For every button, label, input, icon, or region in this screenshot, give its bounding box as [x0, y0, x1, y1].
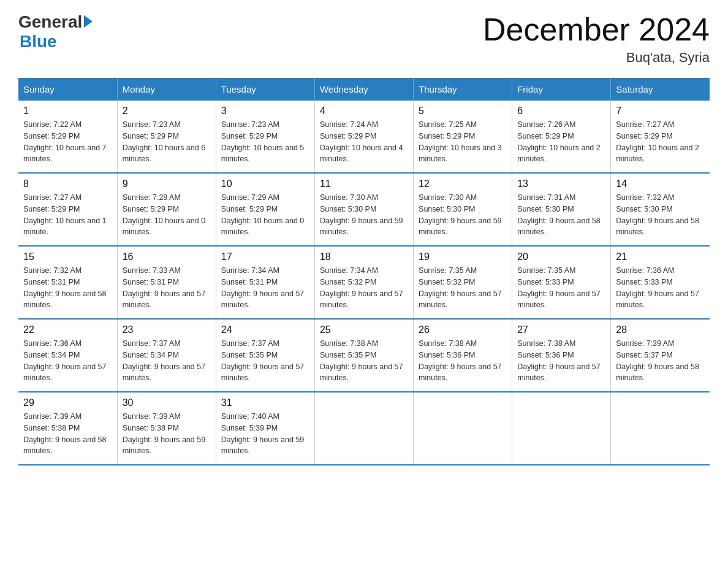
day-number: 20: [517, 251, 605, 262]
day-number: 22: [23, 324, 112, 335]
table-row: 21 Sunrise: 7:36 AM Sunset: 5:33 PM Dayl…: [611, 246, 710, 319]
calendar-table: Sunday Monday Tuesday Wednesday Thursday…: [18, 78, 710, 465]
table-row: 29 Sunrise: 7:39 AM Sunset: 5:38 PM Dayl…: [18, 392, 117, 465]
day-number: 5: [419, 105, 507, 117]
table-row: 16 Sunrise: 7:33 AM Sunset: 5:31 PM Dayl…: [117, 246, 216, 319]
day-number: 10: [221, 178, 309, 190]
day-number: 15: [23, 251, 112, 262]
table-row: 24 Sunrise: 7:37 AM Sunset: 5:35 PM Dayl…: [216, 319, 314, 392]
logo-blue-text: Blue: [20, 32, 57, 52]
table-row: 26 Sunrise: 7:38 AM Sunset: 5:36 PM Dayl…: [414, 319, 512, 392]
header: General Blue December 2024 Buq'ata, Syri…: [18, 12, 710, 66]
day-info: Sunrise: 7:33 AM Sunset: 5:31 PM Dayligh…: [123, 265, 211, 311]
table-row: 30 Sunrise: 7:39 AM Sunset: 5:38 PM Dayl…: [117, 392, 216, 465]
calendar-week-row: 15 Sunrise: 7:32 AM Sunset: 5:31 PM Dayl…: [18, 246, 710, 319]
table-row: 20 Sunrise: 7:35 AM Sunset: 5:33 PM Dayl…: [512, 246, 611, 319]
day-info: Sunrise: 7:23 AM Sunset: 5:29 PM Dayligh…: [123, 119, 211, 165]
table-row: 23 Sunrise: 7:37 AM Sunset: 5:34 PM Dayl…: [117, 319, 216, 392]
table-row: [512, 392, 611, 465]
col-sunday: Sunday: [18, 78, 117, 101]
table-row: 5 Sunrise: 7:25 AM Sunset: 5:29 PM Dayli…: [414, 101, 512, 173]
day-info: Sunrise: 7:38 AM Sunset: 5:36 PM Dayligh…: [419, 338, 507, 384]
table-row: 9 Sunrise: 7:28 AM Sunset: 5:29 PM Dayli…: [117, 173, 216, 246]
day-info: Sunrise: 7:30 AM Sunset: 5:30 PM Dayligh…: [320, 192, 408, 238]
location-subtitle: Buq'ata, Syria: [483, 50, 710, 66]
day-number: 17: [221, 251, 309, 262]
day-number: 8: [23, 178, 112, 190]
table-row: 19 Sunrise: 7:35 AM Sunset: 5:32 PM Dayl…: [414, 246, 512, 319]
day-number: 6: [517, 105, 605, 117]
col-monday: Monday: [117, 78, 216, 101]
calendar-header-row: Sunday Monday Tuesday Wednesday Thursday…: [18, 78, 710, 101]
col-tuesday: Tuesday: [216, 78, 314, 101]
table-row: 28 Sunrise: 7:39 AM Sunset: 5:37 PM Dayl…: [611, 319, 710, 392]
day-info: Sunrise: 7:25 AM Sunset: 5:29 PM Dayligh…: [419, 119, 507, 165]
day-info: Sunrise: 7:23 AM Sunset: 5:29 PM Dayligh…: [221, 119, 309, 165]
day-info: Sunrise: 7:40 AM Sunset: 5:39 PM Dayligh…: [221, 411, 309, 457]
table-row: [414, 392, 512, 465]
col-wednesday: Wednesday: [314, 78, 413, 101]
day-info: Sunrise: 7:22 AM Sunset: 5:29 PM Dayligh…: [23, 119, 112, 165]
day-info: Sunrise: 7:36 AM Sunset: 5:33 PM Dayligh…: [616, 265, 705, 311]
day-number: 30: [123, 397, 211, 408]
day-number: 2: [123, 105, 211, 117]
calendar-week-row: 8 Sunrise: 7:27 AM Sunset: 5:29 PM Dayli…: [18, 173, 710, 246]
calendar-week-row: 22 Sunrise: 7:36 AM Sunset: 5:34 PM Dayl…: [18, 319, 710, 392]
col-thursday: Thursday: [414, 78, 512, 101]
day-info: Sunrise: 7:39 AM Sunset: 5:37 PM Dayligh…: [616, 338, 705, 384]
day-number: 25: [320, 324, 408, 335]
table-row: 18 Sunrise: 7:34 AM Sunset: 5:32 PM Dayl…: [314, 246, 413, 319]
calendar-week-row: 29 Sunrise: 7:39 AM Sunset: 5:38 PM Dayl…: [18, 392, 710, 465]
day-number: 21: [616, 251, 705, 262]
day-info: Sunrise: 7:36 AM Sunset: 5:34 PM Dayligh…: [23, 338, 112, 384]
day-info: Sunrise: 7:31 AM Sunset: 5:30 PM Dayligh…: [517, 192, 605, 238]
month-year-title: December 2024: [483, 12, 710, 47]
table-row: 22 Sunrise: 7:36 AM Sunset: 5:34 PM Dayl…: [18, 319, 117, 392]
col-friday: Friday: [512, 78, 611, 101]
table-row: 11 Sunrise: 7:30 AM Sunset: 5:30 PM Dayl…: [314, 173, 413, 246]
table-row: [611, 392, 710, 465]
table-row: 1 Sunrise: 7:22 AM Sunset: 5:29 PM Dayli…: [18, 101, 117, 173]
table-row: 10 Sunrise: 7:29 AM Sunset: 5:29 PM Dayl…: [216, 173, 314, 246]
day-number: 27: [517, 324, 605, 335]
day-number: 18: [320, 251, 408, 262]
day-info: Sunrise: 7:28 AM Sunset: 5:29 PM Dayligh…: [123, 192, 211, 238]
table-row: 8 Sunrise: 7:27 AM Sunset: 5:29 PM Dayli…: [18, 173, 117, 246]
day-number: 11: [320, 178, 408, 190]
col-saturday: Saturday: [611, 78, 710, 101]
day-info: Sunrise: 7:27 AM Sunset: 5:29 PM Dayligh…: [616, 119, 705, 165]
day-info: Sunrise: 7:34 AM Sunset: 5:31 PM Dayligh…: [221, 265, 309, 311]
table-row: 15 Sunrise: 7:32 AM Sunset: 5:31 PM Dayl…: [18, 246, 117, 319]
day-info: Sunrise: 7:24 AM Sunset: 5:29 PM Dayligh…: [320, 119, 408, 165]
table-row: 4 Sunrise: 7:24 AM Sunset: 5:29 PM Dayli…: [314, 101, 413, 173]
title-area: December 2024 Buq'ata, Syria: [483, 12, 710, 66]
day-number: 26: [419, 324, 507, 335]
day-number: 31: [221, 397, 309, 408]
table-row: 25 Sunrise: 7:38 AM Sunset: 5:35 PM Dayl…: [314, 319, 413, 392]
day-info: Sunrise: 7:29 AM Sunset: 5:29 PM Dayligh…: [221, 192, 309, 238]
day-number: 12: [419, 178, 507, 190]
logo-arrow-icon: [84, 15, 93, 28]
day-number: 9: [123, 178, 211, 190]
day-info: Sunrise: 7:35 AM Sunset: 5:32 PM Dayligh…: [419, 265, 507, 311]
day-number: 16: [123, 251, 211, 262]
table-row: 13 Sunrise: 7:31 AM Sunset: 5:30 PM Dayl…: [512, 173, 611, 246]
table-row: 17 Sunrise: 7:34 AM Sunset: 5:31 PM Dayl…: [216, 246, 314, 319]
day-info: Sunrise: 7:37 AM Sunset: 5:34 PM Dayligh…: [123, 338, 211, 384]
day-info: Sunrise: 7:35 AM Sunset: 5:33 PM Dayligh…: [517, 265, 605, 311]
day-number: 7: [616, 105, 705, 117]
logo-general-text: General: [18, 12, 82, 32]
day-number: 23: [123, 324, 211, 335]
table-row: 27 Sunrise: 7:38 AM Sunset: 5:36 PM Dayl…: [512, 319, 611, 392]
day-info: Sunrise: 7:32 AM Sunset: 5:31 PM Dayligh…: [23, 265, 112, 311]
day-info: Sunrise: 7:39 AM Sunset: 5:38 PM Dayligh…: [23, 411, 112, 457]
table-row: 12 Sunrise: 7:30 AM Sunset: 5:30 PM Dayl…: [414, 173, 512, 246]
day-number: 4: [320, 105, 408, 117]
table-row: 2 Sunrise: 7:23 AM Sunset: 5:29 PM Dayli…: [117, 101, 216, 173]
day-info: Sunrise: 7:26 AM Sunset: 5:29 PM Dayligh…: [517, 119, 605, 165]
day-number: 13: [517, 178, 605, 190]
day-info: Sunrise: 7:38 AM Sunset: 5:35 PM Dayligh…: [320, 338, 408, 384]
day-number: 19: [419, 251, 507, 262]
day-number: 28: [616, 324, 705, 335]
day-number: 24: [221, 324, 309, 335]
